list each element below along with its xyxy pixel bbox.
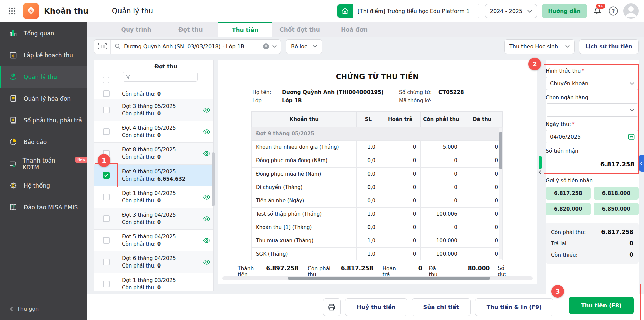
batch-row[interactable]: Đợt 4 tháng 05/2025 Còn phải thu: 0 (94, 121, 213, 143)
sidebar-item-lap-ke-hoach-thu[interactable]: $ Lập kế hoạch thu (0, 44, 87, 66)
student-info: Họ tên:Dương Quỳnh Anh (THI004000195) Lớ… (252, 89, 384, 106)
remaining-amount: 6.817.258 (341, 265, 373, 272)
collect-button[interactable]: Thu tiền (F8) (569, 297, 634, 314)
guide-button[interactable]: Hướng dẫn (542, 4, 587, 18)
sidebar-item-quan-ly-thu[interactable]: $ Quản lý thu (0, 66, 87, 88)
tab-thu-tien[interactable]: Thu tiền (218, 22, 272, 37)
chevron-down-icon (565, 45, 570, 48)
method-select[interactable]: Chuyển khoản (546, 77, 639, 90)
eye-icon[interactable] (203, 108, 210, 113)
sidebar-item-tong-quan[interactable]: Tổng quan (0, 22, 87, 44)
sidebar-item-he-thong[interactable]: Hệ thống (0, 175, 87, 196)
row-checkbox[interactable] (103, 194, 110, 200)
tab-quy-trinh[interactable]: Quy trình (109, 22, 163, 37)
row-checkbox[interactable] (103, 281, 110, 287)
chevron-down-icon[interactable] (272, 45, 277, 48)
row-checkbox[interactable] (103, 107, 110, 113)
row-checkbox[interactable] (103, 259, 110, 265)
payment-panel: 2 Hình thức thu* Chuyển khoản Chọn ngân … (546, 60, 639, 294)
row-checkbox-checked[interactable] (103, 172, 110, 179)
tab-chot-dot-thu[interactable]: Chốt đợt thu (272, 22, 327, 37)
history-button[interactable]: Lịch sử thu tiền (579, 39, 639, 54)
bank-select[interactable] (546, 103, 639, 117)
panel-resize-handle[interactable] (539, 156, 542, 169)
fee-row[interactable]: Khoan thu nhieu don gia (Tháng)1,0 05.00… (252, 140, 503, 154)
batch-row[interactable]: Còn phải thu: 0 (94, 88, 213, 99)
batch-row-selected[interactable]: Đợt 9 tháng 05/2025 Còn phải thu: 6.654.… (94, 165, 213, 186)
list-scrollbar-thumb[interactable] (212, 152, 215, 206)
row-checkbox[interactable] (103, 90, 110, 97)
school-selector[interactable]: [Thí điểm] Trường tiểu học Edu Platform … (337, 4, 480, 18)
fee-row[interactable]: Khoản thu [1] (Tháng)0,0 000 (252, 221, 503, 234)
avatar[interactable] (623, 3, 639, 19)
funnel-icon (126, 75, 130, 79)
sidebar-item-quan-ly-hoa-don[interactable]: Quản lý hóa đơn (0, 88, 87, 109)
edit-detail-button[interactable]: Sửa chi tiết (412, 298, 471, 316)
sidebar-collapse-button[interactable]: Thu gọn (0, 306, 87, 320)
batch-list-title: Đợt thu (154, 63, 177, 70)
suggestion-chip[interactable]: 6.820.000 (546, 203, 591, 215)
school-year-select[interactable]: 2024 - 2025 (485, 4, 537, 18)
fee-row[interactable]: SGK (Tháng)1,0 0100.0000 (252, 247, 503, 260)
batch-row[interactable]: Đợt 1 tháng 03/2025 Còn phải thu: 0 (94, 273, 213, 291)
batch-row[interactable]: Đợt 6 tháng 04/2025 Còn phải thu: 0 (94, 251, 213, 273)
print-button[interactable] (323, 298, 341, 316)
batch-row[interactable]: Đợt 5 tháng 04/2025 Còn phải thu: 0 (94, 230, 213, 251)
collect-date-input[interactable] (546, 130, 624, 143)
app-logo-icon[interactable]: $ (23, 3, 39, 19)
panel-arrow-icon[interactable] (539, 170, 541, 174)
barcode-scan-button[interactable] (94, 40, 111, 54)
collapse-panel-tab[interactable] (639, 155, 644, 172)
calendar-button[interactable] (624, 130, 638, 143)
ledger-icon: $ (9, 116, 17, 124)
clear-search-icon[interactable] (263, 43, 269, 50)
notifications-button[interactable]: 9+ (592, 5, 603, 17)
sidebar-item-thanh-toan-kdtm[interactable]: Thanh toán KDTM New (0, 153, 87, 175)
notification-badge: 9+ (596, 4, 605, 9)
app-grid-icon[interactable] (6, 5, 18, 17)
sidebar-item-so-phai-thu-phai-tra[interactable]: $ Sổ phải thu, phải trả (0, 109, 87, 131)
tab-hoa-don[interactable]: Hoá đơn (327, 22, 382, 37)
select-all-checkbox[interactable] (103, 77, 109, 83)
chevron-down-icon (313, 45, 317, 48)
svg-text:$: $ (30, 9, 32, 13)
receipt-hscrollbar[interactable] (222, 276, 533, 280)
eye-icon[interactable] (203, 195, 210, 200)
annotation-step-3: 3 (551, 285, 564, 298)
fee-row[interactable]: Tiền ăn nhẹ (Ngày)0,0 000 (252, 194, 503, 207)
batch-filter-input[interactable] (123, 72, 198, 82)
eye-icon[interactable] (203, 260, 210, 265)
summary-shortage: 0 (629, 251, 633, 258)
fee-row[interactable]: Đồng phục mùa đông (Năm)0,0 000 (252, 154, 503, 167)
student-search-input[interactable] (124, 43, 260, 50)
suggestion-chip[interactable]: 6.818.000 (594, 187, 639, 200)
collect-mode-select[interactable]: Thu theo Học sinh (504, 39, 575, 54)
sidebar-item-bao-cao[interactable]: Báo cáo (0, 131, 87, 153)
cancel-collect-button[interactable]: Huỷ thu tiền (345, 298, 407, 316)
batch-row[interactable]: Đợt 8 tháng 05/2025 Còn phải thu: 0 (94, 143, 213, 165)
fee-row[interactable]: Thu mua xuan (Tháng)1,0 0100.0000 (252, 234, 503, 247)
batch-row[interactable]: Đợt 3 tháng 05/2025 Còn phải thu: 0 (94, 99, 213, 121)
tab-dot-thu[interactable]: Đợt thu (163, 22, 218, 37)
fee-row[interactable]: Test số thập phân (Tháng)1,0 0100.0060 (252, 207, 503, 221)
eye-icon[interactable] (203, 238, 210, 243)
batch-row[interactable]: Đợt 1 tháng 04/2025 Còn phải thu: 0 (94, 186, 213, 208)
collect-print-button[interactable]: Thu tiền & In (F9) (475, 298, 553, 316)
batch-row[interactable]: Đợt 3 tháng 04/2025 Còn phải thu: 0 (94, 208, 213, 230)
row-checkbox[interactable] (103, 128, 110, 135)
suggestion-chip[interactable]: 6.850.000 (594, 203, 639, 215)
help-button[interactable]: ? (608, 6, 619, 16)
row-checkbox[interactable] (103, 215, 110, 222)
filter-select[interactable]: Bộ lọc (286, 39, 322, 54)
table-scrollbar[interactable] (499, 128, 502, 259)
fee-row[interactable]: Đồng phục mùa hè (Năm)0,0 000 (252, 167, 503, 181)
eye-icon[interactable] (203, 216, 210, 221)
receipt-number: CT05228 (438, 89, 464, 95)
suggestion-chip[interactable]: 6.817.258 (546, 187, 591, 200)
eye-icon[interactable] (203, 129, 210, 134)
fee-row[interactable]: Di chuyển (Tháng)0,0 000 (252, 181, 503, 194)
amount-received-input[interactable] (546, 157, 638, 171)
eye-icon[interactable] (203, 151, 210, 156)
row-checkbox[interactable] (103, 237, 110, 244)
sidebar-item-dao-tao-misa-emis[interactable]: Đào tạo MISA EMIS (0, 196, 87, 218)
